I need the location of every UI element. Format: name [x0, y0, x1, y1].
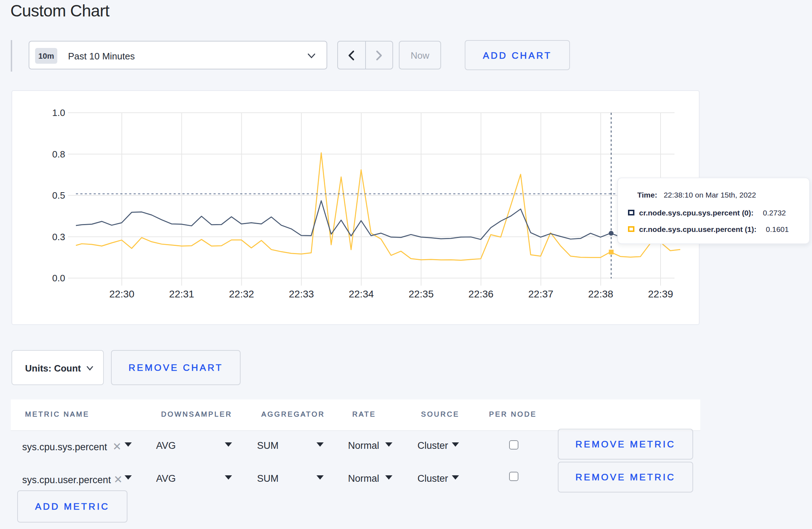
svg-text:22:35: 22:35 — [409, 288, 434, 300]
svg-text:22:33: 22:33 — [289, 288, 314, 300]
svg-text:22:38: 22:38 — [588, 288, 613, 300]
svg-text:0.3: 0.3 — [52, 232, 65, 242]
svg-text:0.5: 0.5 — [52, 190, 65, 201]
svg-text:22:30: 22:30 — [109, 288, 134, 300]
svg-text:1.0: 1.0 — [52, 107, 65, 118]
svg-text:0.0: 0.0 — [52, 273, 65, 283]
svg-text:22:36: 22:36 — [468, 288, 493, 300]
svg-text:22:39: 22:39 — [648, 288, 673, 300]
svg-text:0.8: 0.8 — [52, 149, 65, 160]
svg-text:22:32: 22:32 — [229, 288, 254, 300]
svg-text:22:37: 22:37 — [528, 288, 554, 300]
svg-text:22:34: 22:34 — [349, 288, 374, 300]
svg-text:22:31: 22:31 — [169, 288, 194, 300]
